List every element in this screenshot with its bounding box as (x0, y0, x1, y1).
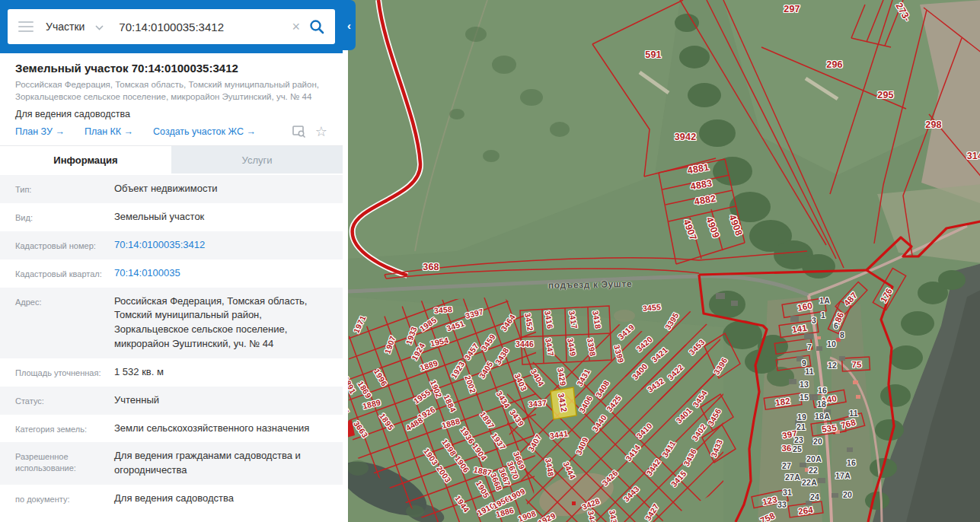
search-category-dropdown[interactable]: Участки (46, 21, 85, 33)
menu-icon[interactable] (18, 21, 34, 32)
search-input[interactable] (117, 20, 292, 34)
parcel-label[interactable]: 3440 (590, 413, 608, 434)
row-value-link[interactable]: 70:14:0100035:3412 (113, 238, 343, 253)
parcel-label[interactable]: 3453 (687, 337, 707, 357)
parcel-label[interactable]: 3400 (630, 361, 649, 381)
parcel-label[interactable]: 3447 (544, 337, 556, 357)
selected-parcel-label[interactable]: 3412 (557, 393, 569, 413)
parcel-label[interactable]: 4488 (404, 415, 425, 433)
parcel-label[interactable]: 1906 (453, 454, 471, 475)
parcel-label[interactable]: 182 (774, 396, 790, 408)
parcel-label[interactable]: 3414 (624, 443, 642, 463)
map-viewport[interactable]: 591297296295298273-314639424881488348824… (348, 0, 980, 522)
favorite-star-icon[interactable]: ☆ (315, 125, 327, 138)
parcel-label[interactable]: 3448 (544, 457, 556, 477)
parcel-label[interactable]: 141 (791, 323, 807, 335)
parcel-label[interactable]: 3429 (556, 367, 568, 387)
clear-search-icon[interactable]: × (292, 20, 300, 33)
parcel-label[interactable]: 3451 (445, 319, 466, 333)
parcel-label[interactable]: 3404 (529, 368, 546, 388)
parcel-label[interactable]: 297 (784, 4, 800, 14)
parcel-label[interactable]: 1908 (517, 508, 538, 522)
parcel-label[interactable]: 768 (840, 418, 857, 431)
parcel-label[interactable]: 3426 (600, 468, 620, 488)
parcel-label[interactable]: 3445 (586, 510, 599, 522)
search-icon[interactable] (309, 19, 324, 34)
parcel-label[interactable]: 1975 (348, 396, 351, 416)
parcel-label[interactable]: 3417 (567, 310, 579, 329)
parcel-label[interactable]: 1889 (362, 397, 381, 410)
parcel-label[interactable]: 3418 (591, 310, 603, 329)
parcel-label[interactable]: 3403 (512, 372, 528, 393)
parcel-label[interactable]: 3427 (643, 502, 661, 522)
parcel-label[interactable]: 1907 (382, 335, 397, 355)
parcel-label[interactable]: 3442 (644, 457, 662, 478)
parcel-label[interactable]: 3436 (682, 447, 698, 468)
parcel-label[interactable]: 176 (879, 286, 894, 304)
parcel-label[interactable]: 3402 (690, 422, 708, 443)
parcel-label[interactable]: 1937 (490, 431, 508, 452)
parcel-label[interactable]: 758 (758, 511, 776, 522)
parcel-label[interactable]: 264 (797, 505, 813, 517)
parcel-label[interactable]: 4882 (694, 193, 717, 208)
parcel-label[interactable]: 4881 (687, 162, 710, 177)
parcel-label[interactable]: 3431 (575, 368, 592, 388)
parcel-label[interactable]: 1898 (440, 438, 458, 458)
parcel-label[interactable]: 3430 (608, 509, 620, 522)
parcel-label[interactable]: 3459 (479, 333, 497, 353)
parcel-label[interactable]: 1954 (429, 336, 449, 349)
parcel-label[interactable]: 3398 (586, 337, 598, 357)
parcel-label[interactable]: 3443 (621, 484, 641, 504)
parcel-label[interactable]: 3421 (650, 345, 669, 364)
parcel-label[interactable]: 1933 (404, 326, 419, 346)
parcel-label[interactable]: 2003 (435, 464, 453, 485)
parcel-label[interactable]: 3663 (352, 419, 370, 440)
parcel-label[interactable]: 1955 (412, 387, 433, 406)
parcel-label[interactable]: 3441 (549, 428, 569, 440)
parcel-label[interactable]: 4909 (704, 215, 722, 240)
parcel-label[interactable]: 3408 (594, 379, 611, 399)
parcel-label[interactable]: 3409 (573, 436, 589, 457)
parcel-label[interactable]: 296 (826, 59, 842, 70)
parcel-label[interactable]: 1944 (453, 494, 471, 514)
create-parcel-link[interactable]: Создать участок ЖС → (153, 126, 256, 137)
parcel-label[interactable]: 3464 (499, 313, 517, 333)
parcel-label[interactable]: 3395 (663, 311, 681, 332)
parcel-label[interactable]: 1897 (478, 410, 496, 431)
parcel-label[interactable]: 4883 (690, 178, 713, 193)
parcel-label[interactable]: 3396 (712, 356, 729, 377)
parcel-label[interactable]: 1985 (418, 315, 439, 333)
parcel-label[interactable]: 3457 (462, 342, 480, 362)
tab-information[interactable]: Информация (0, 146, 171, 173)
parcel-label[interactable]: 3456 (706, 407, 723, 428)
parcel-label[interactable]: 487 (842, 291, 859, 308)
parcel-label[interactable]: 368 (423, 262, 439, 272)
parcel-label[interactable]: 3397 (464, 307, 484, 320)
parcel-label[interactable]: 1869 (356, 380, 374, 400)
parcel-label[interactable]: 3433 (709, 438, 724, 459)
parcel-label[interactable]: 3406 (577, 394, 594, 415)
parcel-label[interactable]: 1904 (471, 442, 489, 463)
parcel-label[interactable]: 3454 (691, 389, 709, 409)
parcel-label[interactable]: 36 (781, 444, 791, 453)
parcel-label[interactable]: 1909 (506, 486, 527, 503)
parcel-label[interactable]: 75 (851, 360, 861, 369)
parcel-label[interactable]: 3415 (669, 469, 688, 489)
collapse-panel-button[interactable]: ‹ (343, 0, 356, 50)
parcel-label[interactable]: 3437 (528, 398, 547, 409)
plan-zu-link[interactable]: План ЗУ → (15, 126, 65, 137)
parcel-label[interactable]: 3432 (646, 376, 666, 394)
preview-icon[interactable] (292, 126, 306, 138)
parcel-label[interactable]: 123 (761, 495, 778, 507)
parcel-label[interactable]: 1895 (378, 412, 396, 432)
parcel-label[interactable]: 4907 (682, 218, 699, 242)
parcel-label[interactable]: 3422 (666, 362, 685, 382)
parcel-label[interactable]: 3416 (543, 310, 555, 329)
parcel-label[interactable]: 1936 (458, 425, 477, 446)
parcel-label[interactable]: 3446 (516, 339, 534, 349)
parcel-label[interactable]: 3449 (566, 337, 578, 357)
parcel-label[interactable]: 3444 (561, 460, 577, 481)
parcel-label[interactable]: 3434 (495, 390, 512, 410)
parcel-label[interactable]: 1888 (441, 416, 461, 430)
chevron-down-icon[interactable] (95, 20, 104, 33)
